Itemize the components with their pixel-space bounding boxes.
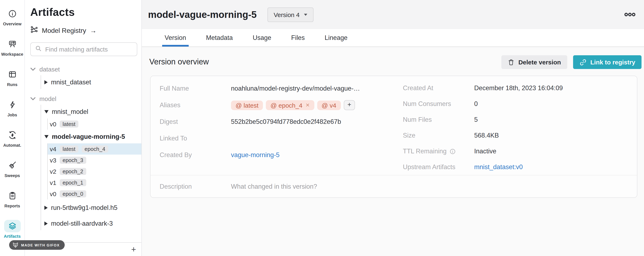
field-created-by: Created By vague-morning-5 — [150, 147, 394, 163]
field-full-name: Full Name noahluna/model-registry-dev/mo… — [150, 80, 394, 97]
version-name: v0 — [50, 190, 56, 197]
tab-version[interactable]: Version — [165, 29, 186, 47]
field-size: Size 568.4KB — [394, 127, 637, 143]
info-icon[interactable] — [450, 148, 456, 154]
sidebar-item-sweeps[interactable]: Sweeps — [0, 156, 24, 186]
version-selector-button[interactable]: Version 4 — [268, 7, 313, 22]
tree-version-row[interactable]: v2 epoch_2 — [48, 166, 142, 177]
version-tag: latest — [60, 146, 78, 153]
delete-version-label: Delete version — [518, 59, 561, 66]
search-input[interactable] — [45, 46, 133, 53]
sidebar-item-label: Automat. — [3, 143, 21, 148]
field-value: 5 — [474, 116, 478, 123]
field-label: Created By — [160, 151, 231, 159]
field-num-files: Num Files 5 — [394, 112, 637, 127]
overflow-menu-button[interactable] — [624, 13, 636, 17]
alias-pill-latest[interactable]: @ latest — [231, 100, 263, 110]
field-label: Upstream Artifacts — [403, 163, 474, 171]
field-upstream-artifacts: Upstream Artifacts mnist_dataset:v0 — [394, 159, 637, 175]
field-aliases: Aliases @ latest @ epoch_4× @ v4 + — [150, 97, 394, 113]
clipboard-icon — [4, 190, 20, 202]
sidebar-item-overview[interactable]: Overview — [0, 4, 24, 35]
model-registry-icon — [30, 26, 38, 35]
field-value: 0 — [474, 100, 478, 108]
artifact-search[interactable] — [30, 42, 137, 56]
triangle-right-icon — [44, 221, 48, 225]
sidebar-item-label: Workspace — [1, 52, 23, 57]
tree-version-row[interactable]: v1 epoch_1 — [48, 177, 142, 188]
tree-section-dataset[interactable]: dataset — [30, 63, 142, 75]
tree-version-row[interactable]: v0 latest — [48, 118, 142, 130]
field-label: Num Files — [403, 116, 474, 123]
tab-metadata[interactable]: Metadata — [206, 29, 233, 47]
trash-icon — [508, 58, 514, 66]
alias-pill-v4[interactable]: @ v4 — [317, 100, 341, 110]
tree-artifact-run-model-h5[interactable]: run-5rtbw9g1-model.h5 — [41, 201, 142, 214]
field-created-at: Created At December 18th, 2023 16:04:09 — [394, 80, 637, 96]
upstream-artifact-link[interactable]: mnist_dataset:v0 — [474, 163, 523, 171]
chevron-down-icon — [30, 97, 36, 100]
sidebar-item-label: Runs — [7, 82, 18, 87]
tree-artifact-mnist-dataset[interactable]: mnist_dataset — [41, 75, 142, 89]
link-to-registry-label: Link to registry — [590, 59, 635, 66]
panel-title: Artifacts — [30, 6, 142, 19]
delete-version-button[interactable]: Delete version — [501, 55, 567, 69]
gifox-badge-text: MADE WITH GIFOX — [21, 243, 60, 247]
triangle-down-icon — [44, 135, 48, 138]
tab-lineage[interactable]: Lineage — [325, 29, 348, 47]
version-tab-content: Version overview Delete version Link to … — [142, 47, 644, 198]
artifact-header: model-vague-morning-5 Version 4 — [142, 0, 644, 29]
add-artifact-button[interactable]: + — [131, 246, 136, 253]
sidebar-item-automations[interactable]: Automat. — [0, 125, 24, 156]
field-ttl-remaining: TTL Remaining Inactive — [394, 143, 637, 159]
field-label: Linked To — [160, 135, 231, 142]
fox-icon — [12, 242, 19, 248]
triangle-right-icon — [44, 80, 48, 84]
version-tag: epoch_3 — [60, 157, 86, 164]
field-value: 552b2be5c0794fd778edc0e2f482e67b — [231, 118, 341, 125]
tab-files[interactable]: Files — [291, 29, 304, 47]
tab-usage[interactable]: Usage — [253, 29, 272, 47]
tree-version-row[interactable]: v3 epoch_3 — [48, 155, 142, 166]
field-label: Aliases — [160, 101, 231, 109]
search-icon — [35, 45, 42, 54]
tree-artifact-mnist-model[interactable]: mnist_model — [41, 105, 142, 118]
created-by-link[interactable]: vague-morning-5 — [231, 151, 280, 159]
tree-artifact-model-vague-morning-5[interactable]: model-vague-morning-5 — [41, 130, 142, 143]
tree-artifact-model-still-aardvark-3[interactable]: model-still-aardvark-3 — [41, 216, 142, 230]
description-input[interactable]: What changed in this version? — [231, 183, 317, 190]
tree-artifact-label: mnist_dataset — [51, 78, 91, 86]
triangle-down-icon — [44, 110, 48, 113]
broom-icon — [4, 159, 20, 172]
model-registry-link[interactable]: Model Registry → — [30, 26, 142, 35]
sidebar-item-jobs[interactable]: Jobs — [0, 95, 24, 125]
model-registry-label: Model Registry — [42, 27, 86, 34]
add-alias-button[interactable]: + — [344, 100, 355, 110]
tree-artifact-label: mnist_model — [52, 108, 88, 115]
field-label: Size — [403, 132, 474, 139]
automations-icon — [4, 129, 20, 141]
field-label: Full Name — [160, 85, 231, 92]
tree-section-model[interactable]: model — [30, 92, 142, 105]
version-name: v2 — [50, 168, 56, 175]
sidebar-item-runs[interactable]: Runs — [0, 65, 24, 95]
alias-pill-epoch-4[interactable]: @ epoch_4× — [266, 100, 314, 110]
sidebar-item-reports[interactable]: Reports — [0, 186, 24, 216]
link-to-registry-button[interactable]: Link to registry — [573, 55, 642, 69]
version-name: v0 — [50, 120, 56, 127]
sidebar-item-label: Jobs — [8, 113, 17, 117]
alias-text: @ latest — [236, 102, 258, 109]
field-label: Created At — [403, 84, 474, 92]
tree-version-row[interactable]: v0 epoch_0 — [48, 188, 142, 199]
sidebar-item-workspace[interactable]: Workspace — [0, 35, 24, 65]
gifox-watermark-badge: MADE WITH GIFOX — [9, 240, 65, 250]
version-tag: epoch_0 — [60, 190, 86, 197]
sidebar-item-label: Sweeps — [4, 173, 20, 178]
version-name: v1 — [50, 179, 56, 186]
tree-section-label: dataset — [40, 65, 60, 73]
field-label: TTL Remaining — [403, 148, 446, 155]
tree-version-row-selected[interactable]: v4 latest epoch_4 — [48, 143, 142, 155]
remove-alias-icon[interactable]: × — [306, 101, 310, 109]
field-value: Inactive — [474, 148, 496, 155]
left-nav-rail: Overview Workspace Runs Jobs Automat. — [0, 0, 25, 256]
